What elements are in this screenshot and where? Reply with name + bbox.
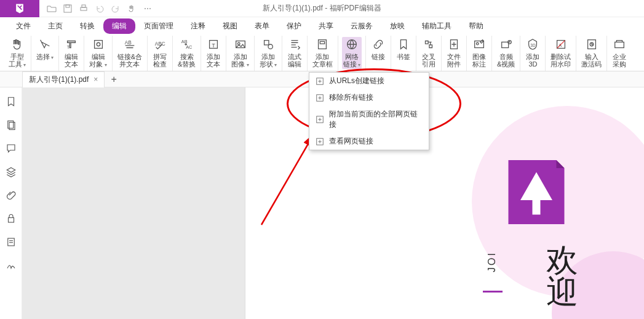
ribbon-button[interactable]: 链接	[370, 37, 387, 60]
undo-icon[interactable]	[95, 4, 105, 14]
ribbon-icon	[38, 37, 52, 52]
open-icon[interactable]	[47, 4, 57, 14]
ribbon-button[interactable]: 手型工具	[7, 37, 27, 69]
layers-icon[interactable]	[6, 166, 17, 177]
ribbon-icon	[233, 37, 248, 52]
web-links-dropdown: 从URLs创建链接移除所有链接附加当前页面的全部网页链接查看网页链接	[309, 72, 429, 150]
ribbon-button[interactable]: 企业采购	[611, 37, 628, 68]
canvas-margin	[22, 87, 245, 319]
app-icon	[0, 0, 39, 17]
form-icon[interactable]	[6, 236, 17, 248]
menu-item[interactable]: 帮助	[460, 18, 492, 34]
ribbon-button[interactable]: T编辑文本	[63, 37, 80, 68]
ribbon-button[interactable]: A删除试用水印	[549, 37, 572, 68]
ribbon-button[interactable]: ABC拼写检查	[151, 37, 169, 68]
close-tab-icon[interactable]: ×	[93, 75, 98, 84]
dropdown-item[interactable]: 附加当前页面的全部网页链接	[309, 106, 429, 133]
ribbon-label: 企业采购	[613, 53, 626, 68]
menu-item[interactable]: 云服务	[342, 18, 381, 34]
menu-item[interactable]: 保护	[278, 18, 310, 34]
ribbon-icon	[261, 37, 276, 52]
menu-item[interactable]: 辅助工具	[413, 18, 460, 34]
link-action-icon	[316, 94, 324, 102]
ribbon-button[interactable]: T添加文本	[205, 37, 222, 68]
pages-icon[interactable]	[6, 119, 17, 131]
ribbon-icon	[612, 37, 627, 52]
ribbon-icon: 3D	[525, 37, 540, 52]
add-tab-button[interactable]: +	[105, 71, 122, 87]
dropdown-item-label: 从URLs创建链接	[329, 76, 384, 86]
svg-point-16	[268, 44, 272, 49]
bookmark-icon[interactable]	[6, 96, 17, 107]
menu-item[interactable]: 转换	[71, 18, 103, 34]
svg-text:T: T	[67, 44, 70, 50]
menu-item[interactable]: 注释	[182, 18, 214, 34]
ribbon-icon	[287, 37, 302, 52]
attachment-icon[interactable]	[6, 190, 17, 201]
ribbon-icon: A	[554, 37, 568, 52]
ribbon-button[interactable]: 添加图像	[230, 37, 250, 69]
ribbon-button[interactable]: 交叉引用	[420, 37, 437, 68]
ribbon-label: 输入激活码	[581, 53, 602, 68]
menu-item[interactable]: 页面管理	[135, 18, 182, 34]
link-action-icon	[316, 77, 324, 86]
ribbon-button[interactable]: 音频&视频	[496, 37, 516, 68]
menu-item[interactable]: 放映	[381, 18, 413, 34]
svg-point-22	[477, 42, 479, 45]
ribbon-label: 编辑对象	[89, 53, 106, 69]
svg-text:3D: 3D	[531, 43, 536, 47]
save-icon[interactable]	[63, 4, 73, 14]
menu-item[interactable]: 编辑	[103, 18, 135, 34]
ribbon-button[interactable]: 文件附件	[445, 37, 463, 68]
pdf-page[interactable]: 欢 迎 JOI	[245, 87, 644, 319]
ribbon-icon	[499, 37, 514, 52]
menu-item[interactable]: 主页	[39, 18, 71, 34]
svg-rect-0	[64, 5, 71, 12]
ribbon-icon	[10, 37, 25, 52]
ribbon-label: 添加形状	[260, 53, 277, 69]
svg-rect-15	[264, 41, 268, 45]
ribbon-label: 添加文章框	[312, 53, 333, 68]
dropdown-item[interactable]: 查看网页链接	[309, 133, 429, 150]
svg-rect-3	[82, 5, 85, 7]
welcome-subtext: JOI	[487, 251, 498, 272]
security-icon[interactable]	[6, 213, 17, 224]
ribbon-button[interactable]: 添加文章框	[311, 37, 334, 68]
ribbon-button[interactable]: ABAC搜索&替换	[177, 37, 197, 68]
hand-icon[interactable]	[127, 4, 137, 14]
menu-item[interactable]: 共享	[310, 18, 342, 34]
document-tab-label: 新人引导(1)(1).pdf	[29, 75, 89, 85]
link-action-icon	[316, 115, 324, 124]
ribbon-label: 编辑文本	[65, 53, 78, 68]
ribbon-button[interactable]: AB链接&合并文本	[116, 37, 143, 68]
menu-item[interactable]: 表单	[246, 18, 278, 34]
dropdown-item[interactable]: 移除所有链接	[309, 89, 429, 106]
ribbon-button[interactable]: 图像标注	[471, 37, 488, 68]
svg-rect-2	[81, 7, 87, 10]
menu-item[interactable]: 文件	[7, 18, 39, 34]
ribbon-label: 书签	[397, 53, 410, 60]
ribbon-icon	[396, 37, 411, 52]
ribbon-button[interactable]: 选择	[35, 37, 55, 62]
ribbon-button[interactable]: 3D添加3D	[524, 37, 541, 68]
ribbon-label: 选择	[36, 53, 54, 62]
svg-text:AB: AB	[125, 40, 132, 46]
ribbon-button[interactable]: 输入激活码	[580, 37, 603, 68]
comments-icon[interactable]	[6, 143, 17, 154]
ribbon-label: 链接&合并文本	[117, 53, 142, 68]
foxit-logo-icon	[496, 152, 576, 232]
menu-item[interactable]: 视图	[214, 18, 246, 34]
ribbon-button[interactable]: 添加形状	[258, 37, 278, 69]
ribbon-label: 文件附件	[447, 53, 461, 68]
more-icon[interactable]: ⋯	[143, 4, 153, 14]
dropdown-item-label: 附加当前页面的全部网页链接	[329, 109, 423, 130]
ribbon-button[interactable]: 编辑对象	[88, 37, 108, 69]
signature-icon[interactable]	[6, 260, 17, 271]
ribbon-button[interactable]: 网络链接	[342, 37, 362, 69]
ribbon-button[interactable]: 流式编辑	[286, 37, 303, 68]
dropdown-item[interactable]: 从URLs创建链接	[309, 73, 429, 89]
print-icon[interactable]	[79, 4, 89, 14]
document-tab[interactable]: 新人引导(1)(1).pdf ×	[22, 71, 105, 87]
ribbon-button[interactable]: 书签	[395, 37, 412, 60]
redo-icon[interactable]	[111, 4, 121, 14]
